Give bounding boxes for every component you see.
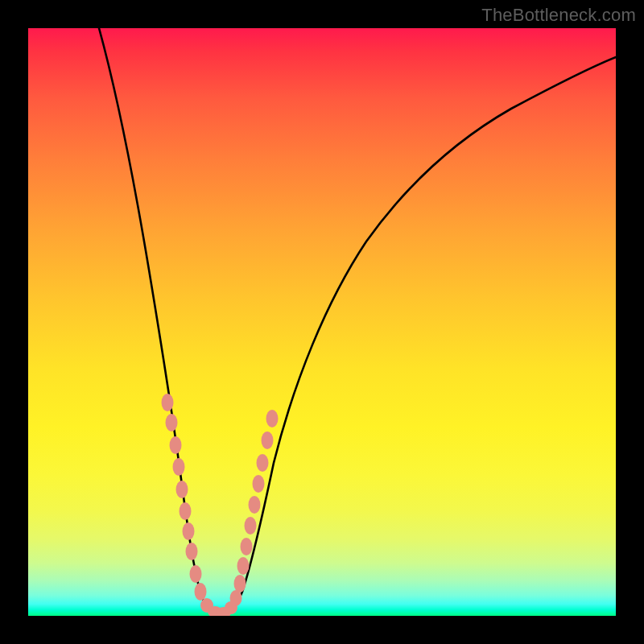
svg-point-5 [180,502,192,520]
svg-point-1 [166,414,178,431]
svg-point-20 [253,475,265,493]
points-layer [28,28,616,616]
svg-point-7 [186,543,198,560]
svg-point-18 [245,517,257,535]
svg-point-17 [241,538,253,555]
plot-area [28,28,616,616]
svg-point-3 [173,458,185,476]
svg-point-14 [230,590,242,606]
svg-point-9 [195,583,207,601]
svg-point-2 [170,436,182,454]
svg-point-8 [190,565,202,583]
sample-points-group [162,394,279,616]
svg-point-21 [257,454,269,472]
svg-point-6 [183,522,195,540]
svg-point-16 [237,557,250,575]
svg-point-15 [234,575,246,592]
svg-point-4 [176,481,188,498]
svg-point-0 [162,394,174,411]
svg-point-22 [262,431,274,449]
watermark-text: TheBottleneck.com [481,5,636,26]
svg-point-23 [266,410,279,427]
bottleneck-chart: TheBottleneck.com [0,0,644,644]
svg-point-19 [249,496,261,514]
